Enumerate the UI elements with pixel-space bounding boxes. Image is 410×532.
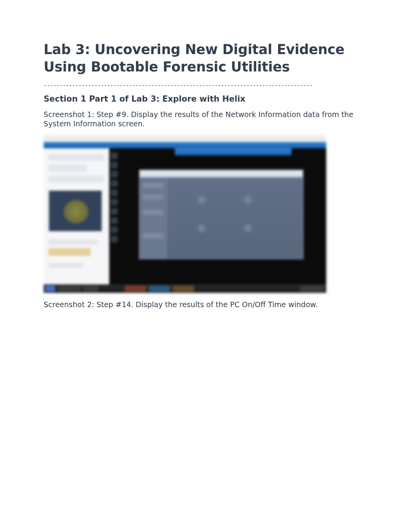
page-title: Lab 3: Uncovering New Digital Evidence U… xyxy=(44,41,366,76)
screenshot-2-caption: Screenshot 2: Step #14. Display the resu… xyxy=(44,300,366,309)
section-heading: Section 1 Part 1 of Lab 3: Explore with … xyxy=(44,94,366,104)
screenshot-1-caption: Screenshot 1: Step #9. Display the resul… xyxy=(44,110,366,129)
blank-area xyxy=(44,316,366,509)
screenshot-1-image xyxy=(44,134,326,293)
horizontal-divider: ----------------------------------------… xyxy=(44,83,366,89)
